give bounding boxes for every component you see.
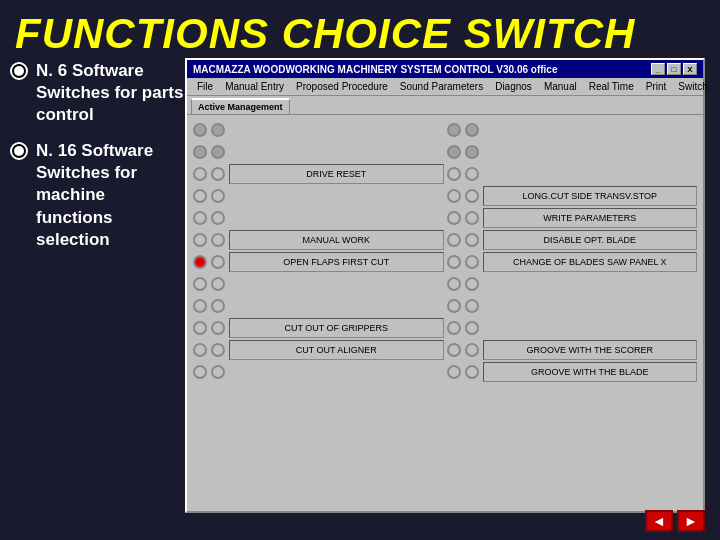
menu-manual[interactable]: Manual (538, 80, 583, 93)
radio-write-params-2[interactable] (465, 211, 479, 225)
label-change-blades: CHANGE OF BLADES SAW PANEL X (483, 252, 698, 272)
radio-change-blades-2[interactable] (465, 255, 479, 269)
radio-l2-1[interactable] (193, 145, 207, 159)
radio-l9-2[interactable] (211, 299, 225, 313)
radio-r3-1[interactable] (447, 167, 461, 181)
switch-row-cut-grippers: CUT OUT OF GRIPPERS (193, 317, 444, 339)
window-title: MACMAZZA WOODWORKING MACHINERY SYSTEM CO… (193, 64, 557, 75)
bullet-text-2: N. 16 Software Switches for machine func… (36, 140, 185, 250)
radio-manual-work-2[interactable] (211, 233, 225, 247)
radio-l5-2[interactable] (211, 211, 225, 225)
switch-row-write-params: WRITE PARAMETERS (447, 207, 698, 229)
radio-cut-grippers-2[interactable] (211, 321, 225, 335)
menu-manual-entry[interactable]: Manual Entry (219, 80, 290, 93)
switch-row-cut-aligner: CUT OUT ALIGNER (193, 339, 444, 361)
radio-groove-scorer-2[interactable] (465, 343, 479, 357)
bullet-dot-2 (10, 142, 28, 160)
radio-l1-1[interactable] (193, 123, 207, 137)
radio-cut-aligner-2[interactable] (211, 343, 225, 357)
label-open-flaps: OPEN FLAPS FIRST CUT (229, 252, 444, 272)
radio-disable-blade-2[interactable] (465, 233, 479, 247)
nav-back-button[interactable]: ◄ (645, 510, 673, 532)
radio-l12-2[interactable] (211, 365, 225, 379)
radio-groove-blade-2[interactable] (465, 365, 479, 379)
radio-l1-2[interactable] (211, 123, 225, 137)
menu-file[interactable]: File (191, 80, 219, 93)
radio-r1-1[interactable] (447, 123, 461, 137)
bullet-item-2: N. 16 Software Switches for machine func… (10, 140, 185, 250)
label-write-params: WRITE PARAMETERS (483, 208, 698, 228)
radio-r10-2[interactable] (465, 321, 479, 335)
radio-r8-2[interactable] (465, 277, 479, 291)
radio-l8-2[interactable] (211, 277, 225, 291)
switch-row-l5 (193, 207, 444, 229)
switch-row-groove-scorer: GROOVE WITH THE SCORER (447, 339, 698, 361)
radio-drive-reset-2[interactable] (211, 167, 225, 181)
radio-drive-reset-1[interactable] (193, 167, 207, 181)
switch-row-r3 (447, 163, 698, 185)
radio-r10-1[interactable] (447, 321, 461, 335)
switch-row-r10 (447, 317, 698, 339)
page-title: FUNCTIONS CHOICE SWITCH (0, 0, 720, 63)
radio-r9-2[interactable] (465, 299, 479, 313)
window-controls: _ □ X (651, 63, 697, 75)
menu-print[interactable]: Print (640, 80, 673, 93)
switch-row-r2 (447, 141, 698, 163)
radio-r3-2[interactable] (465, 167, 479, 181)
radio-r2-1[interactable] (447, 145, 461, 159)
nav-arrows: ◄ ► (645, 510, 705, 532)
radio-l5-1[interactable] (193, 211, 207, 225)
radio-r2-2[interactable] (465, 145, 479, 159)
switch-row-l8 (193, 273, 444, 295)
nav-forward-button[interactable]: ► (677, 510, 705, 532)
radio-r9-1[interactable] (447, 299, 461, 313)
radio-r8-1[interactable] (447, 277, 461, 291)
menu-realtime[interactable]: Real Time (583, 80, 640, 93)
radio-l12-1[interactable] (193, 365, 207, 379)
label-cut-grippers: CUT OUT OF GRIPPERS (229, 318, 444, 338)
switch-row-longcut: LONG.CUT SIDE TRANSV.STOP (447, 185, 698, 207)
right-col: LONG.CUT SIDE TRANSV.STOP WRITE PARAMETE… (447, 119, 698, 383)
label-groove-scorer: GROOVE WITH THE SCORER (483, 340, 698, 360)
radio-write-params-1[interactable] (447, 211, 461, 225)
radio-disable-blade-1[interactable] (447, 233, 461, 247)
radio-l4-1[interactable] (193, 189, 207, 203)
radio-l9-1[interactable] (193, 299, 207, 313)
radio-open-flaps-2[interactable] (211, 255, 225, 269)
label-drive-reset: DRIVE RESET (229, 164, 444, 184)
title-bar: MACMAZZA WOODWORKING MACHINERY SYSTEM CO… (187, 60, 703, 78)
radio-l2-2[interactable] (211, 145, 225, 159)
label-manual-work: MANUAL WORK (229, 230, 444, 250)
tab-bar: Active Management (187, 96, 703, 115)
maximize-button[interactable]: □ (667, 63, 681, 75)
radio-groove-scorer-1[interactable] (447, 343, 461, 357)
menu-diagnos[interactable]: Diagnos (489, 80, 538, 93)
radio-open-flaps-1[interactable] (193, 255, 207, 269)
minimize-button[interactable]: _ (651, 63, 665, 75)
radio-l4-2[interactable] (211, 189, 225, 203)
switch-row-l9 (193, 295, 444, 317)
switch-row-l1 (193, 119, 444, 141)
radio-groove-blade-1[interactable] (447, 365, 461, 379)
bullet-text-1: N. 6 Software Switches for parts control (36, 60, 185, 126)
radio-manual-work-1[interactable] (193, 233, 207, 247)
radio-change-blades-1[interactable] (447, 255, 461, 269)
menu-switch[interactable]: Switch (672, 80, 713, 93)
radio-cut-aligner-1[interactable] (193, 343, 207, 357)
radio-r1-2[interactable] (465, 123, 479, 137)
switch-row-l2 (193, 141, 444, 163)
switch-row-l4 (193, 185, 444, 207)
menu-proposed[interactable]: Proposed Procedure (290, 80, 394, 93)
radio-longcut-2[interactable] (465, 189, 479, 203)
left-panel: N. 6 Software Switches for parts control… (10, 60, 185, 265)
menu-sound[interactable]: Sound Parameters (394, 80, 489, 93)
menu-bar: File Manual Entry Proposed Procedure Sou… (187, 78, 703, 96)
close-button[interactable]: X (683, 63, 697, 75)
radio-l8-1[interactable] (193, 277, 207, 291)
switch-row-r8 (447, 273, 698, 295)
radio-longcut-1[interactable] (447, 189, 461, 203)
radio-cut-grippers-1[interactable] (193, 321, 207, 335)
tab-active-management[interactable]: Active Management (191, 98, 290, 114)
switch-row-r1 (447, 119, 698, 141)
left-col: DRIVE RESET MANUAL WO (193, 119, 444, 383)
